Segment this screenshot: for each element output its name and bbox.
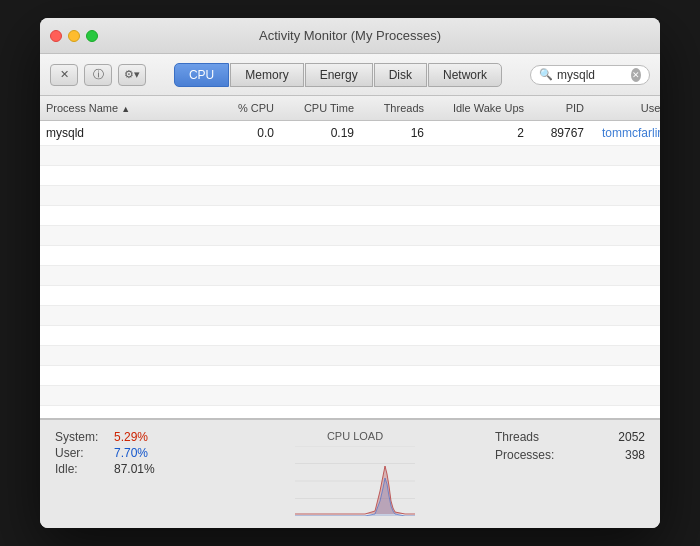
idle-stat-row: Idle: 87.01% bbox=[55, 462, 215, 476]
processes-value: 398 bbox=[625, 448, 645, 462]
col-header-threads[interactable]: Threads bbox=[360, 100, 430, 116]
activity-monitor-window: Activity Monitor (My Processes) ✕ ⓘ ⚙▾ C… bbox=[40, 18, 660, 528]
system-stat-row: System: 5.29% bbox=[55, 430, 215, 444]
empty-row bbox=[40, 266, 660, 286]
empty-row bbox=[40, 326, 660, 346]
user-label: User: bbox=[55, 446, 110, 460]
empty-row bbox=[40, 206, 660, 226]
idle-value: 87.01% bbox=[114, 462, 155, 476]
empty-rows bbox=[40, 146, 660, 418]
close-button[interactable] bbox=[50, 30, 62, 42]
info-button[interactable]: ⓘ bbox=[84, 64, 112, 86]
col-header-cpu-time[interactable]: CPU Time bbox=[280, 100, 360, 116]
empty-row bbox=[40, 286, 660, 306]
search-input[interactable] bbox=[557, 68, 627, 82]
tab-disk[interactable]: Disk bbox=[374, 63, 427, 87]
toolbar: ✕ ⓘ ⚙▾ CPU Memory Energy Disk Netwo bbox=[40, 54, 660, 96]
tab-memory[interactable]: Memory bbox=[230, 63, 303, 87]
col-header-cpu-pct[interactable]: % CPU bbox=[210, 100, 280, 116]
table-header: Process Name ▲ % CPU CPU Time Threads Id… bbox=[40, 96, 660, 121]
tab-energy[interactable]: Energy bbox=[305, 63, 373, 87]
search-icon: 🔍 bbox=[539, 68, 553, 81]
window-title: Activity Monitor (My Processes) bbox=[259, 28, 441, 43]
empty-row bbox=[40, 166, 660, 186]
bottom-panel: System: 5.29% User: 7.70% Idle: 87.01% C… bbox=[40, 418, 660, 528]
gear-icon: ⚙▾ bbox=[124, 68, 140, 81]
cell-cpu-time: 0.19 bbox=[280, 123, 360, 143]
cpu-load-chart: CPU LOAD bbox=[235, 430, 475, 518]
user-value: 7.70% bbox=[114, 446, 148, 460]
tab-network[interactable]: Network bbox=[428, 63, 502, 87]
threads-processes-stats: Threads 2052 Processes: 398 bbox=[495, 430, 645, 518]
tab-bar: CPU Memory Energy Disk Network bbox=[154, 63, 522, 87]
cell-pid: 89767 bbox=[530, 123, 590, 143]
empty-row bbox=[40, 306, 660, 326]
processes-row: Processes: 398 bbox=[495, 448, 645, 462]
col-header-idle-wake-ups[interactable]: Idle Wake Ups bbox=[430, 100, 530, 116]
table-body: mysqld 0.0 0.19 16 2 89767 tommcfarlin bbox=[40, 121, 660, 418]
idle-label: Idle: bbox=[55, 462, 110, 476]
empty-row bbox=[40, 146, 660, 166]
cell-threads: 16 bbox=[360, 123, 430, 143]
cpu-stats: System: 5.29% User: 7.70% Idle: 87.01% bbox=[55, 430, 215, 518]
info-icon: ⓘ bbox=[93, 67, 104, 82]
user-stat-row: User: 7.70% bbox=[55, 446, 215, 460]
cell-cpu-pct: 0.0 bbox=[210, 123, 280, 143]
empty-row bbox=[40, 186, 660, 206]
cell-user: tommcfarlin bbox=[590, 123, 660, 143]
empty-row bbox=[40, 386, 660, 406]
col-header-process-name[interactable]: Process Name ▲ bbox=[40, 100, 210, 116]
table-row[interactable]: mysqld 0.0 0.19 16 2 89767 tommcfarlin bbox=[40, 121, 660, 146]
col-header-user[interactable]: User bbox=[590, 100, 660, 116]
processes-label: Processes: bbox=[495, 448, 554, 462]
tab-cpu[interactable]: CPU bbox=[174, 63, 229, 87]
search-clear-button[interactable]: ✕ bbox=[631, 68, 641, 82]
empty-row bbox=[40, 246, 660, 266]
titlebar: Activity Monitor (My Processes) bbox=[40, 18, 660, 54]
toolbar-left-buttons: ✕ ⓘ ⚙▾ bbox=[50, 64, 146, 86]
gear-button[interactable]: ⚙▾ bbox=[118, 64, 146, 86]
cpu-chart-svg bbox=[295, 446, 415, 516]
cell-idle-wake-ups: 2 bbox=[430, 123, 530, 143]
empty-row bbox=[40, 366, 660, 386]
search-box: 🔍 ✕ bbox=[530, 65, 650, 85]
cpu-chart-area bbox=[295, 446, 415, 516]
cpu-load-label: CPU LOAD bbox=[327, 430, 383, 442]
col-header-pid[interactable]: PID bbox=[530, 100, 590, 116]
maximize-button[interactable] bbox=[86, 30, 98, 42]
cell-process-name: mysqld bbox=[40, 123, 210, 143]
traffic-lights bbox=[50, 30, 98, 42]
system-label: System: bbox=[55, 430, 110, 444]
threads-label: Threads bbox=[495, 430, 539, 444]
empty-row bbox=[40, 406, 660, 418]
empty-row bbox=[40, 226, 660, 246]
stop-button[interactable]: ✕ bbox=[50, 64, 78, 86]
process-table: Process Name ▲ % CPU CPU Time Threads Id… bbox=[40, 96, 660, 418]
system-value: 5.29% bbox=[114, 430, 148, 444]
stop-icon: ✕ bbox=[60, 68, 69, 81]
threads-value: 2052 bbox=[618, 430, 645, 444]
empty-row bbox=[40, 346, 660, 366]
minimize-button[interactable] bbox=[68, 30, 80, 42]
threads-row: Threads 2052 bbox=[495, 430, 645, 444]
